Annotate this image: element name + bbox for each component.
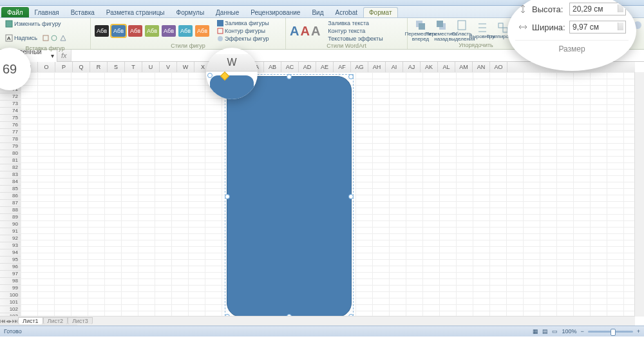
tab-page-layout[interactable]: Разметка страницы — [100, 7, 171, 17]
row-96[interactable]: 96 — [0, 264, 21, 271]
tab-acrobat[interactable]: Acrobat — [330, 7, 363, 17]
shape-style-5[interactable]: Абв — [162, 25, 176, 37]
row-99[interactable]: 99 — [0, 285, 21, 292]
selection-pane-button[interactable]: Область выделения — [453, 19, 471, 42]
text-effects-button[interactable]: Текстовые эффекты — [327, 35, 384, 43]
row-97[interactable]: 97 — [0, 271, 21, 278]
zoom-in-icon[interactable]: + — [637, 328, 640, 335]
resize-handle-e[interactable] — [348, 194, 354, 199]
shape-style-3[interactable]: Абв — [128, 25, 142, 37]
row-79[interactable]: 79 — [0, 143, 21, 150]
shape-style-6[interactable]: Абв — [178, 25, 193, 37]
corner-radius-handle[interactable] — [220, 72, 229, 81]
zoom-level[interactable]: 100% — [562, 328, 576, 335]
row-75[interactable]: 75 — [0, 115, 21, 122]
shapes-gallery[interactable] — [41, 31, 70, 45]
row-74[interactable]: 74 — [0, 108, 21, 115]
col-AG[interactable]: AG — [351, 62, 368, 72]
height-input[interactable]: 20,29 см — [569, 3, 626, 15]
resize-handle-w[interactable] — [225, 194, 230, 199]
row-87[interactable]: 87 — [0, 200, 21, 207]
row-80[interactable]: 80 — [0, 150, 21, 157]
col-R[interactable]: R — [90, 62, 108, 72]
send-backward-button[interactable]: Переместить назад — [432, 19, 450, 42]
tab-view[interactable]: Вид — [306, 7, 329, 17]
tab-insert[interactable]: Вставка — [65, 7, 100, 17]
text-outline-button[interactable]: Контур текста — [327, 27, 384, 35]
col-P[interactable]: P — [55, 62, 73, 72]
horizontal-scrollbar[interactable] — [77, 316, 635, 326]
row-78[interactable]: 78 — [0, 136, 21, 143]
col-AM[interactable]: AM — [455, 62, 473, 72]
col-AK[interactable]: AK — [421, 62, 438, 72]
row-88[interactable]: 88 — [0, 207, 21, 214]
shape-style-2[interactable]: Абв — [111, 25, 126, 37]
view-normal-icon[interactable]: ▦ — [533, 328, 538, 335]
col-AO[interactable]: AO — [490, 62, 507, 72]
row-77[interactable]: 77 — [0, 129, 21, 136]
rounded-rectangle-shape[interactable] — [227, 76, 352, 317]
col-AI[interactable]: AI — [386, 62, 403, 72]
row-86[interactable]: 86 — [0, 193, 21, 200]
row-85[interactable]: 85 — [0, 186, 21, 193]
col-W[interactable]: W — [177, 62, 194, 72]
shape-outline-button[interactable]: Контур фигуры — [216, 27, 270, 35]
row-84[interactable]: 84 — [0, 179, 21, 186]
col-O[interactable]: O — [38, 62, 55, 72]
row-95[interactable]: 95 — [0, 257, 21, 264]
col-V[interactable]: V — [160, 62, 177, 72]
tab-nav-last[interactable]: ⏭ — [12, 318, 18, 324]
tab-file[interactable]: Файл — [1, 7, 29, 17]
shape-fill-button[interactable]: Заливка фигуры — [216, 19, 270, 27]
col-AH[interactable]: AH — [368, 62, 386, 72]
tab-review[interactable]: Рецензирование — [245, 7, 306, 17]
row-83[interactable]: 83 — [0, 171, 21, 179]
chevron-down-icon[interactable]: ▾ — [51, 52, 54, 59]
row-100[interactable]: 100 — [0, 292, 21, 299]
row-76[interactable]: 76 — [0, 122, 21, 129]
row-92[interactable]: 92 — [0, 235, 21, 242]
tab-nav-first[interactable]: ⏮ — [0, 318, 6, 324]
row-98[interactable]: 98 — [0, 278, 21, 285]
col-AD[interactable]: AD — [299, 62, 316, 72]
col-U[interactable]: U — [142, 62, 160, 72]
col-AE[interactable]: AE — [316, 62, 334, 72]
row-90[interactable]: 90 — [0, 221, 21, 228]
col-AN[interactable]: AN — [473, 62, 490, 72]
row-72[interactable]: 72 — [0, 93, 21, 101]
shape-style-4[interactable]: Абв — [145, 25, 159, 37]
sheet-tab-2[interactable]: Лист2 — [43, 317, 68, 324]
resize-handle-ne[interactable] — [348, 74, 354, 79]
shape-style-7[interactable]: Абв — [195, 25, 209, 37]
tab-format[interactable]: Формат — [363, 7, 398, 17]
col-AC[interactable]: AC — [281, 62, 299, 72]
shape-effects-button[interactable]: Эффекты фигур — [216, 35, 270, 43]
col-T[interactable]: T — [125, 62, 142, 72]
row-102[interactable]: 102 — [0, 306, 21, 313]
view-page-icon[interactable]: ▤ — [542, 328, 548, 335]
row-headers[interactable]: 6970717273747576777879808182838485868788… — [0, 72, 21, 317]
vertical-scrollbar[interactable] — [634, 72, 644, 317]
col-Q[interactable]: Q — [73, 62, 90, 72]
row-101[interactable]: 101 — [0, 299, 21, 306]
row-93[interactable]: 93 — [0, 242, 21, 249]
sheet-tab-1[interactable]: Лист1 — [18, 317, 43, 324]
tab-home[interactable]: Главная — [29, 7, 65, 17]
col-S[interactable]: S — [108, 62, 125, 72]
col-AF[interactable]: AF — [334, 62, 351, 72]
row-73[interactable]: 73 — [0, 101, 21, 108]
col-AB[interactable]: AB — [264, 62, 281, 72]
zoom-out-icon[interactable]: − — [580, 328, 583, 335]
tab-formulas[interactable]: Формулы — [171, 7, 211, 17]
col-AJ[interactable]: AJ — [403, 62, 421, 72]
fx-icon[interactable]: fx — [57, 52, 71, 59]
row-91[interactable]: 91 — [0, 228, 21, 235]
shape-style-1[interactable]: Абв — [95, 25, 109, 37]
view-break-icon[interactable]: ▭ — [552, 328, 558, 335]
edit-shape-button[interactable]: Изменить фигуру — [4, 19, 62, 28]
resize-handle-n[interactable] — [287, 74, 292, 79]
sheet-tab-3[interactable]: Лист3 — [68, 317, 93, 324]
width-input[interactable]: 9,97 см — [569, 21, 626, 34]
tab-data[interactable]: Данные — [210, 7, 245, 17]
row-94[interactable]: 94 — [0, 249, 21, 257]
